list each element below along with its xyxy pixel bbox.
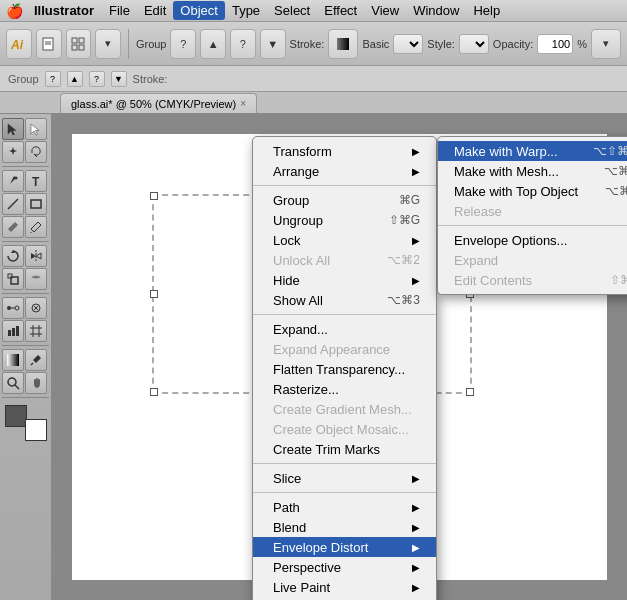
arrow-down-btn[interactable]: ▼ [260,29,286,59]
opacity-input[interactable] [537,34,573,54]
tool-row-2 [2,141,49,163]
controlbar-up[interactable]: ▲ [67,71,83,87]
menu-item-show-all[interactable]: Show All ⌥⌘3 [253,290,436,310]
object-menu: Transform ▶ Arrange ▶ Group ⌘G Ungroup ⇧ [252,136,437,600]
warp-tool[interactable] [25,268,47,290]
line-tool[interactable] [2,193,24,215]
tool-row-8 [2,297,49,319]
submenu-expand[interactable]: Expand [438,250,627,270]
type-tool[interactable]: T [25,170,47,192]
arrow-transform: ▶ [412,146,420,157]
menubar-item-select[interactable]: Select [267,1,317,20]
tab-title: glass.ai* @ 50% (CMYK/Preview) [71,98,236,110]
menu-item-expand-appearance[interactable]: Expand Appearance [253,339,436,359]
zoom-tool[interactable] [2,372,24,394]
gradient-swatch[interactable] [328,29,358,59]
menu-item-lock[interactable]: Lock ▶ [253,230,436,250]
arrow-arrange: ▶ [412,166,420,177]
menu-item-blend[interactable]: Blend ▶ [253,517,436,537]
lasso-tool[interactable] [25,141,47,163]
menu-item-trim-marks[interactable]: Create Trim Marks [253,439,436,459]
symbol-tool[interactable] [25,297,47,319]
menubar-item-illustrator[interactable]: Illustrator [28,1,100,20]
submenu-make-with-mesh[interactable]: Make with Mesh... ⌥⌘M [438,161,627,181]
menubar-item-window[interactable]: Window [406,1,466,20]
mesh-tool[interactable] [25,320,47,342]
gradient-tool[interactable] [2,349,24,371]
tool-row-3: T [2,170,49,192]
magic-wand-tool[interactable] [2,141,24,163]
submenu-envelope-distort: Make with Warp... ⌥⇧⌘W Make with Mesh...… [437,136,627,295]
scale-tool[interactable] [2,268,24,290]
tool-sep-4 [2,345,49,346]
menu-item-gradient-mesh[interactable]: Create Gradient Mesh... [253,399,436,419]
menubar-item-edit[interactable]: Edit [137,1,173,20]
pen-tool[interactable] [2,170,24,192]
style-select[interactable] [459,34,489,54]
tool-row-9 [2,320,49,342]
menu-item-ungroup[interactable]: Ungroup ⇧⌘G [253,210,436,230]
question-btn-2[interactable]: ? [230,29,256,59]
eyedropper-tool[interactable] [25,349,47,371]
menu-item-group[interactable]: Group ⌘G [253,190,436,210]
paintbrush-tool[interactable] [2,216,24,238]
tool-row-10 [2,349,49,371]
rect-tool[interactable] [25,193,47,215]
menu-item-expand[interactable]: Expand... [253,319,436,339]
controlbar-group-label: Group [8,73,39,85]
fill-color[interactable] [5,405,27,427]
menu-item-arrange[interactable]: Arrange ▶ [253,161,436,181]
svg-point-31 [8,378,16,386]
apple-menu[interactable]: 🍎 [4,3,24,19]
submenu-envelope-options[interactable]: Envelope Options... [438,230,627,250]
direct-select-tool[interactable] [25,118,47,140]
opacity-arrow[interactable]: ▾ [591,29,621,59]
new-doc-button[interactable] [36,29,62,59]
menubar-item-object[interactable]: Object [173,1,225,20]
submenu-make-top-object[interactable]: Make with Top Object ⌥⌘C [438,181,627,201]
menu-item-object-mosaic[interactable]: Create Object Mosaic... [253,419,436,439]
column-graph-tool[interactable] [2,320,24,342]
arrow-path: ▶ [412,502,420,513]
hand-tool[interactable] [25,372,47,394]
menu-item-transform[interactable]: Transform ▶ [253,141,436,161]
menu-item-slice[interactable]: Slice ▶ [253,468,436,488]
controlbar-q2[interactable]: ? [89,71,105,87]
dropdown-arrow[interactable]: ▾ [95,29,121,59]
color-swatches [2,405,49,441]
menu-item-rasterize[interactable]: Rasterize... [253,379,436,399]
stroke-color[interactable] [25,419,47,441]
menubar-item-file[interactable]: File [102,1,137,20]
blend-tool[interactable] [2,297,24,319]
basic-select[interactable] [393,34,423,54]
menu-item-live-paint[interactable]: Live Paint ▶ [253,577,436,597]
grid-button[interactable] [66,29,92,59]
controlbar-down[interactable]: ▼ [111,71,127,87]
menubar-item-effect[interactable]: Effect [317,1,364,20]
svg-point-19 [15,306,19,310]
document-tab[interactable]: glass.ai* @ 50% (CMYK/Preview) × [60,93,257,113]
reflect-tool[interactable] [25,245,47,267]
menu-item-perspective[interactable]: Perspective ▶ [253,557,436,577]
menubar-item-help[interactable]: Help [466,1,507,20]
menubar-item-view[interactable]: View [364,1,406,20]
pencil-tool[interactable] [25,216,47,238]
submenu-make-with-warp[interactable]: Make with Warp... ⌥⇧⌘W [438,141,627,161]
rotate-tool[interactable] [2,245,24,267]
controlbar-q1[interactable]: ? [45,71,61,87]
menu-item-hide[interactable]: Hide ▶ [253,270,436,290]
sub-sep-1 [438,225,627,226]
question-btn-1[interactable]: ? [170,29,196,59]
tab-close[interactable]: × [240,98,246,109]
arrow-up-btn[interactable]: ▲ [200,29,226,59]
menu-item-path[interactable]: Path ▶ [253,497,436,517]
svg-line-30 [31,363,33,365]
menubar-item-type[interactable]: Type [225,1,267,20]
menu-item-envelope-distort[interactable]: Envelope Distort ▶ [253,537,436,557]
selection-tool[interactable] [2,118,24,140]
submenu-release[interactable]: Release [438,201,627,221]
controlbar-stroke-label: Stroke: [133,73,168,85]
submenu-edit-contents[interactable]: Edit Contents ⇧⌘P [438,270,627,290]
menu-item-unlock-all[interactable]: Unlock All ⌥⌘2 [253,250,436,270]
menu-item-flatten[interactable]: Flatten Transparency... [253,359,436,379]
